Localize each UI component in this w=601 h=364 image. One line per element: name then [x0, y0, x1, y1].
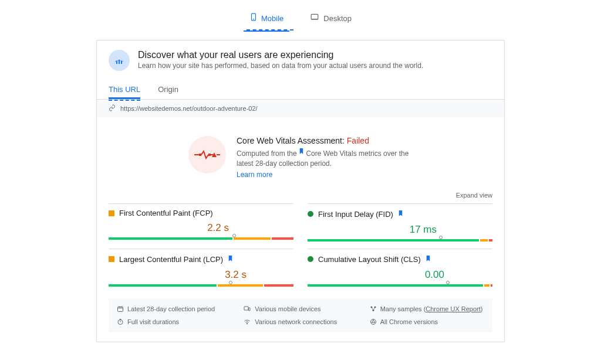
svg-point-6: [119, 60, 120, 61]
metric-cls-bar: [308, 284, 492, 287]
bookmark-icon: [398, 209, 403, 219]
metric-fcp-name: First Contentful Paint (FCP): [119, 209, 213, 217]
device-tabs: Mobile Desktop: [0, 0, 601, 32]
users-globe-icon: [109, 50, 130, 71]
tab-this-url[interactable]: This URL: [109, 81, 140, 99]
mobile-icon: [249, 12, 258, 25]
link-icon: [109, 104, 116, 113]
svg-rect-17: [118, 307, 123, 312]
card-title: Discover what your real users are experi…: [138, 50, 423, 60]
status-dot-green: [308, 211, 313, 217]
metric-cls-name: Cumulative Layout Shift (CLS): [318, 255, 421, 264]
url-bar: https://websitedemos.net/outdoor-adventu…: [97, 100, 504, 117]
url-text: https://websitedemos.net/outdoor-adventu…: [120, 105, 258, 112]
bookmark-icon: [299, 148, 304, 158]
metric-cls-value: 0.00: [308, 269, 492, 281]
svg-rect-2: [311, 14, 318, 19]
footer-info: Latest 28-day collection period Various …: [109, 298, 492, 332]
metric-fid-name: First Input Delay (FID): [318, 210, 393, 219]
svg-line-26: [372, 307, 373, 311]
assessment-status: Failed: [347, 136, 369, 145]
svg-rect-8: [116, 62, 117, 64]
learn-more-link[interactable]: Learn more: [237, 171, 413, 179]
svg-line-36: [374, 322, 376, 324]
metric-lcp-value: 3.2 s: [109, 269, 293, 281]
expand-view-link[interactable]: Expand view: [97, 187, 504, 201]
svg-point-31: [247, 324, 248, 325]
footer-connections: Various network connections: [243, 318, 357, 325]
svg-rect-12: [199, 154, 201, 156]
svg-rect-22: [249, 308, 251, 311]
status-dot-orange: [109, 256, 114, 262]
status-dot-green: [308, 256, 313, 262]
assessment-title: Core Web Vitals Assessment: Failed: [237, 136, 413, 145]
svg-rect-21: [244, 307, 248, 310]
tab-mobile[interactable]: Mobile: [244, 7, 289, 32]
metric-fcp-value: 2.2 s: [109, 222, 293, 234]
chrome-ux-report-link[interactable]: Chrome UX Report: [426, 305, 481, 312]
svg-rect-10: [121, 62, 122, 64]
url-scope-tabs: This URL Origin: [97, 74, 504, 100]
tab-underline-decoration: [247, 29, 293, 30]
metric-lcp-bar: [109, 284, 293, 287]
metric-cls: Cumulative Layout Shift (CLS) 0.00: [308, 249, 492, 287]
footer-samples: Many samples (Chrome UX Report): [370, 305, 484, 312]
tab-desktop-label: Desktop: [323, 14, 352, 23]
metric-lcp: Largest Contentful Paint (LCP) 3.2 s: [109, 249, 293, 287]
card-header: Discover what your real users are experi…: [97, 40, 504, 74]
metric-fid-bar: [308, 239, 492, 241]
pulse-icon: [188, 136, 226, 174]
field-data-card: Discover what your real users are experi…: [96, 40, 505, 342]
card-subtitle: Learn how your site has performed, based…: [138, 62, 423, 70]
assessment-block: Core Web Vitals Assessment: Failed Compu…: [97, 117, 504, 187]
status-dot-orange: [109, 210, 114, 216]
metric-fcp-bar: [109, 237, 293, 240]
metric-lcp-name: Largest Contentful Paint (LCP): [119, 255, 223, 264]
bookmark-icon: [228, 254, 233, 264]
footer-versions: All Chrome versions: [370, 318, 484, 325]
tab-origin[interactable]: Origin: [158, 81, 178, 99]
tab-desktop[interactable]: Desktop: [303, 7, 357, 32]
footer-period: Latest 28-day collection period: [117, 305, 231, 312]
metric-fid-value: 17 ms: [308, 224, 492, 236]
desktop-icon: [309, 13, 320, 23]
svg-point-5: [116, 61, 117, 62]
assessment-description: Computed from the Core Web Vitals metric…: [237, 148, 413, 168]
svg-line-27: [373, 307, 375, 311]
tab-mobile-label: Mobile: [261, 14, 283, 23]
svg-rect-9: [119, 61, 120, 64]
svg-line-35: [371, 322, 373, 324]
footer-devices: Various mobile devices: [243, 305, 357, 312]
metric-fid: First Input Delay (FID) 17 ms: [308, 203, 492, 241]
metrics-grid: First Contentful Paint (FCP) 2.2 s First…: [97, 201, 504, 298]
svg-rect-13: [208, 154, 211, 156]
metric-fcp: First Contentful Paint (FCP) 2.2 s: [109, 203, 293, 241]
footer-durations: Full visit durations: [117, 318, 231, 325]
svg-point-7: [121, 61, 122, 62]
bookmark-icon: [426, 254, 431, 264]
